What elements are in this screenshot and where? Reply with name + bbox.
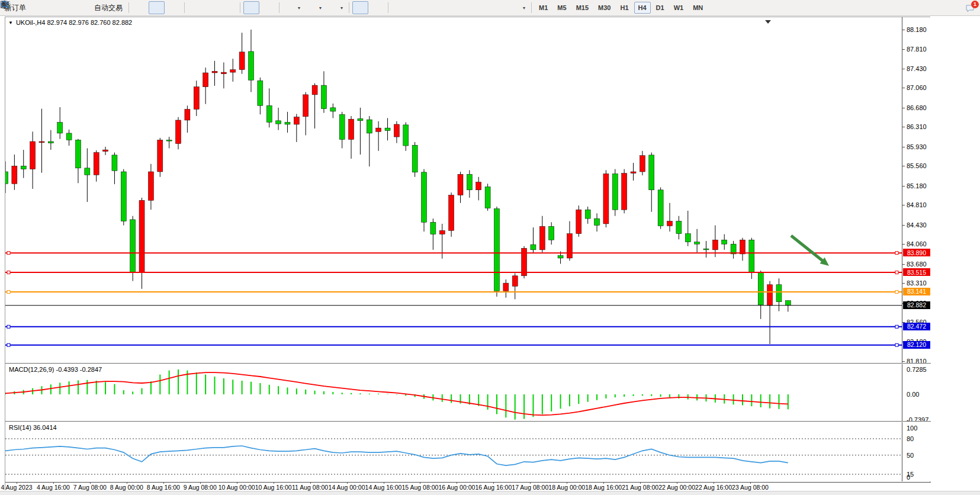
candlestick-chart-button[interactable] xyxy=(149,1,165,14)
notification-badge: 1 xyxy=(971,1,979,8)
time-tick-label: 7 Aug 08:00 xyxy=(73,484,107,491)
time-tick-label: 11 Aug 08:00 xyxy=(292,484,328,491)
zoom-out-button[interactable] xyxy=(204,1,220,14)
rsi-axis-label: 50 xyxy=(907,452,914,459)
timeframe-h4[interactable]: H4 xyxy=(634,2,651,14)
timeframe-d1[interactable]: D1 xyxy=(652,2,669,14)
templates-icon xyxy=(328,3,338,13)
auto-scroll-button[interactable] xyxy=(243,1,259,14)
time-tick-label: 18 Aug 00:00 xyxy=(548,484,585,491)
price-tick-label: 83.310 xyxy=(907,279,927,287)
zoom-in-button[interactable] xyxy=(188,1,204,14)
time-tick-label: 4 Aug 2023 xyxy=(1,484,32,491)
timeframe-w1[interactable]: W1 xyxy=(670,2,688,14)
search-icon xyxy=(949,3,959,13)
price-tick-label: 85.180 xyxy=(907,182,927,189)
price-tick-mark xyxy=(902,361,905,362)
timeframe-mn[interactable]: MN xyxy=(689,2,707,14)
time-tick-label: 14 Aug 00:00 xyxy=(329,484,365,491)
main-price-chart[interactable] xyxy=(5,17,902,364)
macd-signal-line xyxy=(5,372,788,415)
crosshair-button[interactable] xyxy=(369,1,385,14)
price-tick-mark xyxy=(902,108,905,108)
price-tick-mark xyxy=(902,186,905,187)
text-label-button[interactable]: T xyxy=(491,1,507,14)
price-axis[interactable]: 88.18087.81087.43087.06086.68086.31085.9… xyxy=(902,17,930,481)
line-chart-icon xyxy=(168,3,178,13)
rsi-panel-chart[interactable] xyxy=(5,422,902,481)
time-tick-label: 8 Aug 00:00 xyxy=(110,484,143,491)
tile-windows-button[interactable] xyxy=(221,1,237,14)
search-button[interactable] xyxy=(946,1,962,14)
toolbar-separator xyxy=(128,2,129,13)
autotrade-button[interactable]: 自动交易 xyxy=(79,1,126,14)
text-label-icon: T xyxy=(494,3,504,13)
timeframe-m30[interactable]: M30 xyxy=(594,2,615,14)
panel-separator[interactable] xyxy=(5,363,931,364)
market-watch-button[interactable] xyxy=(30,1,46,14)
price-tick-mark xyxy=(902,49,905,50)
price-tick-label: 87.810 xyxy=(907,46,927,53)
price-tick-label: 84.060 xyxy=(907,240,927,247)
navigator-button[interactable] xyxy=(63,1,79,14)
price-level-badge: 83.141 xyxy=(903,288,930,295)
timeframe-m15[interactable]: M15 xyxy=(572,2,593,14)
data-window-button[interactable] xyxy=(46,1,62,14)
timeframe-m1[interactable]: M1 xyxy=(535,2,552,14)
text-button[interactable]: A xyxy=(474,1,490,14)
price-tick-mark xyxy=(902,127,905,127)
time-tick-label: 18 Aug 16:00 xyxy=(585,484,622,491)
vertical-line-button[interactable] xyxy=(391,1,407,14)
rsi-axis-label: 80 xyxy=(907,435,914,442)
symbol-dropdown-icon[interactable]: ▼ xyxy=(8,20,13,25)
candlestick-series xyxy=(5,30,791,344)
horizontal-level-line[interactable] xyxy=(5,343,902,346)
toolbar-separator xyxy=(240,2,240,13)
price-tick-label: 85.560 xyxy=(907,162,927,169)
arrow-annotation[interactable] xyxy=(791,236,829,266)
autotrade-icon xyxy=(82,3,92,13)
panel-separator[interactable] xyxy=(5,421,931,422)
price-tick-mark xyxy=(902,147,905,147)
price-tick-mark xyxy=(902,283,905,284)
candlestick-chart-icon xyxy=(152,3,162,13)
data-window-icon xyxy=(49,3,59,13)
time-tick-label: 9 Aug 08:00 xyxy=(184,484,217,491)
vertical-line-icon xyxy=(394,3,404,13)
chat-button[interactable]: 1 xyxy=(962,1,978,14)
time-tick-label: 8 Aug 16:00 xyxy=(147,484,180,491)
price-level-badge: 82.472 xyxy=(903,323,930,330)
toolbar-separator xyxy=(349,2,349,13)
rsi-axis-label: 0 xyxy=(907,474,910,481)
indicators-button[interactable]: ▾ xyxy=(282,1,303,14)
horizontal-line-button[interactable] xyxy=(408,1,424,14)
window-bottom-edge xyxy=(0,491,980,495)
chart-shift-button[interactable] xyxy=(260,1,276,14)
macd-axis-max: 0.7285 xyxy=(907,366,927,373)
timeframe-h1[interactable]: H1 xyxy=(616,2,632,14)
time-tick-label: 17 Aug 08:00 xyxy=(512,484,548,491)
timeframe-m5[interactable]: M5 xyxy=(553,2,570,14)
trendline-button[interactable] xyxy=(425,1,441,14)
line-chart-button[interactable] xyxy=(165,1,181,14)
fibonacci-button[interactable]: F xyxy=(458,1,474,14)
time-tick-label: 14 Aug 16:00 xyxy=(365,484,402,491)
price-tick-label: 85.930 xyxy=(907,143,927,150)
price-tick-mark xyxy=(902,264,905,265)
price-tick-label: 88.180 xyxy=(907,26,927,33)
cursor-button[interactable] xyxy=(352,1,368,14)
time-tick-label: 15 Aug 08:00 xyxy=(401,484,438,491)
periods-button[interactable]: ▾ xyxy=(304,1,324,14)
bar-chart-button[interactable] xyxy=(132,1,148,14)
price-tick-label: 86.310 xyxy=(907,123,927,130)
time-tick-label: 23 Aug 08:00 xyxy=(732,484,769,491)
time-axis[interactable]: 4 Aug 20234 Aug 16:007 Aug 08:008 Aug 00… xyxy=(5,482,931,490)
macd-panel-chart[interactable] xyxy=(5,364,902,421)
chart-shift-marker xyxy=(765,20,771,24)
templates-button[interactable]: ▾ xyxy=(325,1,346,14)
horizontal-level-line[interactable] xyxy=(5,325,902,328)
zoom-in-icon xyxy=(191,3,201,13)
arrows-button[interactable]: ▾ xyxy=(507,1,528,14)
dropdown-arrow-icon: ▾ xyxy=(319,5,322,11)
equidistant-channel-button[interactable]: E xyxy=(441,1,457,14)
